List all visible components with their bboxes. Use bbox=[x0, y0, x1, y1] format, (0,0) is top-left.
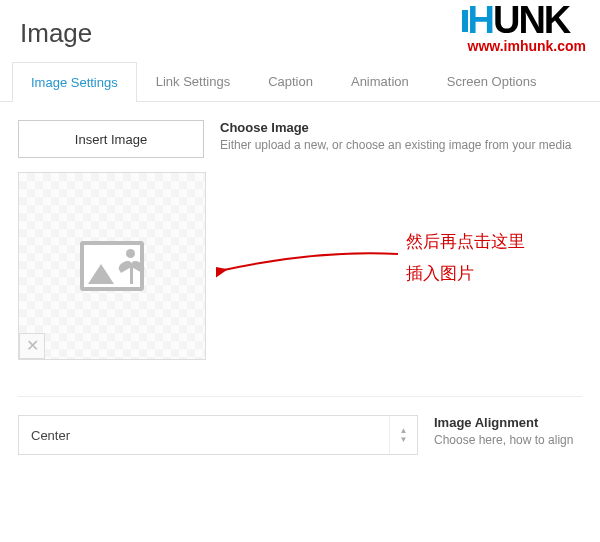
remove-image-button[interactable]: ✕ bbox=[19, 333, 45, 359]
tabs: Image Settings Link Settings Caption Ani… bbox=[0, 61, 600, 102]
logo-brand: HUNK bbox=[468, 4, 587, 36]
alignment-select[interactable]: Center bbox=[18, 415, 418, 455]
alignment-title: Image Alignment bbox=[434, 415, 582, 430]
tab-screen-options[interactable]: Screen Options bbox=[428, 61, 556, 101]
alignment-desc: Choose here, how to align bbox=[434, 433, 582, 447]
watermark-logo: HUNK www.imhunk.com bbox=[468, 4, 587, 54]
image-preview[interactable] bbox=[18, 172, 206, 360]
arrow-icon bbox=[216, 246, 406, 286]
tab-image-settings[interactable]: Image Settings bbox=[12, 62, 137, 102]
tab-caption[interactable]: Caption bbox=[249, 61, 332, 101]
tab-link-settings[interactable]: Link Settings bbox=[137, 61, 249, 101]
annotation-line2: 插入图片 bbox=[406, 258, 525, 290]
insert-image-button[interactable]: Insert Image bbox=[18, 120, 204, 158]
tab-animation[interactable]: Animation bbox=[332, 61, 428, 101]
placeholder-icon bbox=[80, 241, 144, 291]
choose-image-desc: Either upload a new, or choose an existi… bbox=[220, 138, 582, 152]
divider bbox=[18, 396, 582, 397]
choose-image-title: Choose Image bbox=[220, 120, 582, 135]
annotation-line1: 然后再点击这里 bbox=[406, 226, 525, 258]
